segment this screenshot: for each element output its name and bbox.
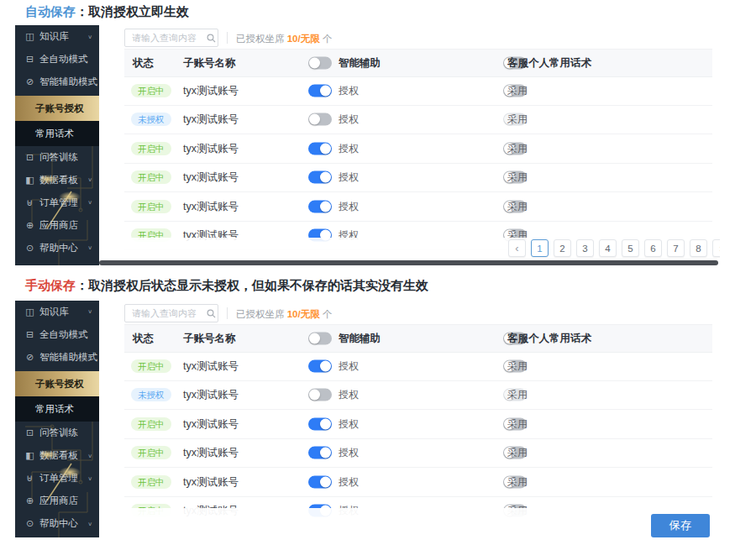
search-input[interactable] [125,308,204,318]
sidebar-item-label: 数据看板 [39,449,78,462]
sidebar-item-label: 问答训练 [39,151,78,164]
authorize-label: 授权 [339,446,359,460]
book-icon: ◫ [24,31,35,42]
sidebar-item-order-management[interactable]: ⊎ 订单管理 ∨ [15,467,99,490]
pagination-page-button[interactable]: 2 [554,239,571,257]
search-input[interactable] [125,33,204,43]
adopt-label: 采用 [507,113,528,127]
sidebar-item-qa-training[interactable]: ⊡ 问答训练 [15,146,99,169]
panel-auto-save: ◫ 知识库 ∨ ⊟ 全自动模式 ⊘ 智能辅助模式 ∧ 子账号授权 常用话术 ⊡ … [15,25,720,265]
pagination-page-button[interactable]: 7 [667,239,685,257]
seats-value: 10/无限 [287,309,320,319]
pagination-prev-button[interactable]: ‹ [508,239,526,257]
search-icon[interactable] [204,34,218,43]
account-name: tyx测试账号 [183,359,239,373]
account-name: tyx测试账号 [183,141,239,155]
sidebar-item-label: 问答训练 [39,427,78,439]
sidebar-item-smart-assist-mode[interactable]: ⊘ 智能辅助模式 ∧ [15,71,99,93]
adopt-label: 采用 [507,388,528,402]
authorize-toggle[interactable] [308,475,332,488]
sidebar-item-label: 帮助中心 [39,242,78,254]
chat-icon: ⊡ [24,427,35,438]
sidebar-submenu: 子账号授权 常用话术 [15,96,99,146]
authorize-label: 授权 [339,417,359,431]
account-name: tyx测试账号 [183,417,239,431]
sidebar-item-data-dashboard[interactable]: ◧ 数据看板 ∨ [15,444,99,467]
chevron-up-icon: ∧ [87,354,92,360]
assist-icon: ⊘ [24,76,35,87]
authorize-toggle[interactable] [308,113,332,126]
help-icon: ⊙ [24,243,35,254]
sidebar-item-label: 订单管理 [39,472,78,485]
header-account-name: 子账号名称 [183,332,236,346]
authorize-toggle[interactable] [308,171,332,184]
header-status: 状态 [133,56,154,71]
header-status: 状态 [133,332,154,346]
status-badge: 开启中 [131,359,171,373]
sidebar-item-full-auto-mode[interactable]: ⊟ 全自动模式 [15,48,99,71]
authorize-toggle[interactable] [308,142,332,155]
sidebar-subitem-label: 常用话术 [35,403,74,416]
header-account-name: 子账号名称 [183,56,236,71]
sidebar-item-knowledge-base[interactable]: ◫ 知识库 ∨ [15,25,99,48]
help-icon: ⊙ [24,518,35,529]
sidebar-item-app-store[interactable]: ⊕ 应用商店 [15,214,99,237]
adopt-label: 采用 [507,359,528,373]
search-icon[interactable] [204,309,218,318]
sidebar-item-app-store[interactable]: ⊕ 应用商店 [15,490,99,512]
horizontal-scrollbar[interactable] [99,260,718,265]
sidebar-item-common-phrases[interactable]: 常用话术 [15,121,99,146]
pagination-page-button[interactable]: 1 [531,239,549,257]
pagination-page-button[interactable]: 3 [576,239,594,257]
pagination-page-button[interactable]: 8 [690,239,707,257]
sidebar-item-subaccount-auth[interactable]: 子账号授权 [15,96,99,121]
seats-unit: 个 [323,34,333,44]
adopt-label: 采用 [507,83,528,97]
pagination-page-button[interactable]: 6 [644,239,662,257]
authorize-toggle[interactable] [308,200,332,212]
chevron-down-icon: ∨ [87,245,92,251]
sidebar-item-qa-training[interactable]: ⊡ 问答训练 [15,422,99,444]
pagination-next-button[interactable]: › [712,239,720,257]
divider [227,32,228,44]
store-icon: ⊕ [24,495,35,506]
chat-icon: ⊡ [24,152,35,163]
sidebar: ◫ 知识库 ∨ ⊟ 全自动模式 ⊘ 智能辅助模式 ∧ 子账号授权 常用话术 ⊡ … [15,25,99,265]
assist-master-toggle[interactable] [308,333,332,345]
authorize-toggle[interactable] [308,417,332,430]
pagination-page-button[interactable]: 4 [599,239,617,257]
sidebar-item-full-auto-mode[interactable]: ⊟ 全自动模式 [15,323,99,346]
chevron-down-icon: ∨ [87,309,92,315]
sidebar-item-help-center[interactable]: ⊙ 帮助中心 ∨ [15,512,99,535]
header-assist-label: 智能辅助 [339,56,381,71]
sidebar-item-label: 数据看板 [39,174,78,186]
authorize-label: 授权 [339,170,359,185]
status-badge: 开启中 [131,142,171,155]
header-phrases-label: 客服个人常用话术 [507,56,591,71]
sidebar-item-data-dashboard[interactable]: ◧ 数据看板 ∨ [15,169,99,191]
adopt-label: 采用 [507,141,528,155]
table-row: 开启中 tyx测试账号 授权 采用 [124,352,712,381]
save-button[interactable]: 保存 [651,514,710,537]
status-badge: 开启中 [131,84,171,97]
seats-label: 已授权坐席 [236,309,285,319]
authorize-toggle[interactable] [308,84,332,97]
robot-icon: ⊟ [24,329,35,340]
table-header: 状态 子账号名称 智能辅助 客服个人常用话术 [124,324,712,353]
authorize-toggle[interactable] [308,447,332,459]
sidebar-item-smart-assist-mode[interactable]: ⊘ 智能辅助模式 ∧ [15,346,99,369]
sidebar-item-knowledge-base[interactable]: ◫ 知识库 ∨ [15,301,99,323]
authorize-toggle[interactable] [308,389,332,401]
authorize-toggle[interactable] [308,359,332,372]
sidebar-item-subaccount-auth[interactable]: 子账号授权 [15,371,99,396]
sidebar-item-common-phrases[interactable]: 常用话术 [15,396,99,422]
sidebar-item-help-center[interactable]: ⊙ 帮助中心 ∨ [15,237,99,259]
chevron-down-icon: ∨ [87,34,92,39]
assist-master-toggle[interactable] [308,57,332,70]
title-highlight: 自动保存 [25,4,76,18]
pagination-page-button[interactable]: 5 [622,239,639,257]
sidebar-item-label: 全自动模式 [39,53,88,66]
account-name: tyx测试账号 [183,446,239,460]
sidebar-item-order-management[interactable]: ⊎ 订单管理 ∨ [15,191,99,214]
adopt-label: 采用 [507,446,528,460]
